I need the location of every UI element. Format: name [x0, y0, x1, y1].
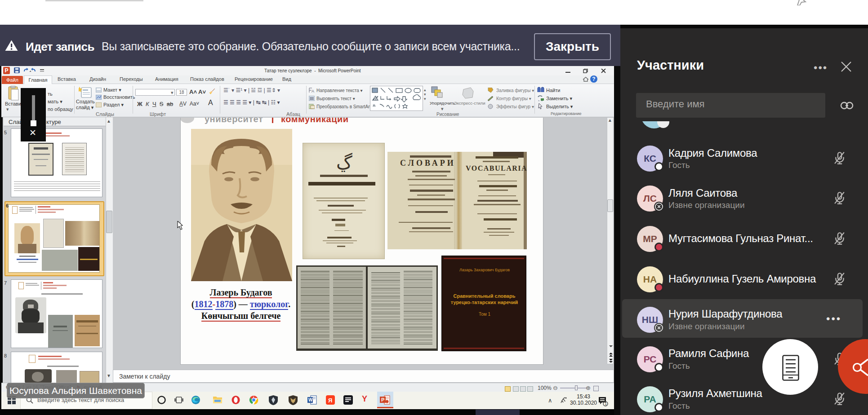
svg-text:P: P	[381, 397, 384, 402]
svg-text:1: 1	[605, 402, 607, 406]
svg-text:Я: Я	[328, 397, 332, 404]
svg-text:W: W	[308, 397, 313, 402]
svg-text:A: A	[312, 89, 314, 93]
